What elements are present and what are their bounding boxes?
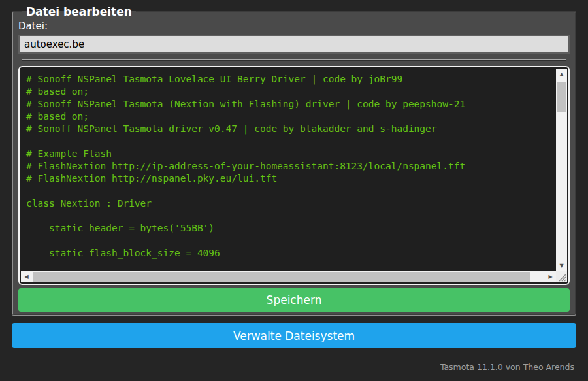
file-label: Datei: — [18, 20, 570, 32]
triangle-right-icon: ▶ — [548, 274, 552, 280]
textarea-resize-handle[interactable] — [556, 271, 567, 282]
scroll-left-button[interactable]: ◀ — [21, 271, 32, 282]
vertical-scrollbar[interactable]: ▲ ▼ — [556, 69, 567, 271]
page: Datei bearbeiten Datei: # Sonoff NSPanel… — [12, 5, 576, 372]
manage-filesystem-button[interactable]: Verwalte Dateisystem — [12, 323, 576, 348]
triangle-left-icon: ◀ — [24, 274, 28, 280]
footer-divider — [12, 357, 576, 357]
file-editor-code: # Sonoff NSPanel Tasmota Lovelace UI Ber… — [20, 67, 568, 270]
filename-input[interactable] — [18, 35, 570, 54]
vertical-scrollbar-thumb[interactable] — [557, 82, 566, 112]
footer: Tasmota 11.1.0 von Theo Arends — [12, 357, 576, 372]
edit-file-fieldset: Datei bearbeiten Datei: # Sonoff NSPanel… — [12, 5, 576, 316]
scroll-right-button[interactable]: ▶ — [545, 271, 556, 282]
section-divider — [22, 59, 566, 61]
scroll-up-button[interactable]: ▲ — [556, 69, 567, 80]
scroll-down-button[interactable]: ▼ — [556, 260, 567, 271]
horizontal-scrollbar-thumb[interactable] — [33, 272, 530, 282]
triangle-down-icon: ▼ — [559, 263, 563, 269]
edit-file-legend: Datei bearbeiten — [22, 5, 136, 18]
save-button[interactable]: Speichern — [18, 288, 570, 312]
footer-text: Tasmota 11.1.0 von Theo Arends — [12, 362, 576, 372]
file-content-textarea[interactable]: # Sonoff NSPanel Tasmota Lovelace UI Ber… — [18, 66, 570, 285]
triangle-up-icon: ▲ — [559, 72, 563, 77]
resize-grip-icon — [556, 271, 567, 282]
horizontal-scrollbar[interactable]: ◀ ▶ — [21, 271, 556, 282]
